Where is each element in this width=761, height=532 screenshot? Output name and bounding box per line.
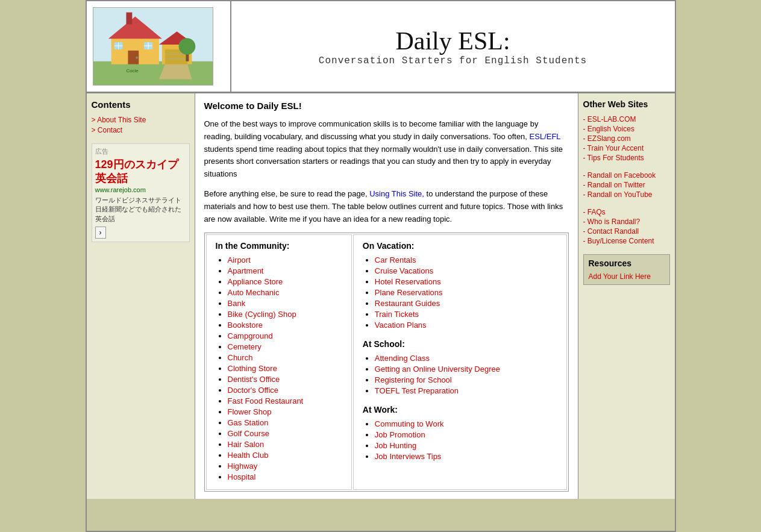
about-link[interactable]: > About This Site <box>92 116 190 124</box>
list-item: Doctor's Office <box>228 386 342 395</box>
train-tickets-link[interactable]: Train Tickets <box>375 310 419 319</box>
ad-title: 129円のスカイプ英会話 <box>95 158 186 186</box>
list-item: Campground <box>228 331 342 340</box>
esl-efl-link[interactable]: ESL/EFL <box>530 132 561 141</box>
welcome-heading: Welcome to Daily ESL! <box>204 101 569 111</box>
dentist-link[interactable]: Dentist's Office <box>228 375 280 384</box>
svg-point-5 <box>136 57 138 59</box>
list-item: Hair Salon <box>228 440 342 449</box>
work-header: At Work: <box>363 405 557 415</box>
list-item: Fast Food Restaurant <box>228 396 342 405</box>
flower-shop-link[interactable]: Flower Shop <box>228 407 272 416</box>
list-item: Plane Reservations <box>375 288 557 297</box>
ad-arrow-button[interactable]: › <box>95 227 106 239</box>
gas-station-link[interactable]: Gas Station <box>228 418 269 427</box>
golf-course-link[interactable]: Golf Course <box>228 429 269 438</box>
job-promotion-link[interactable]: Job Promotion <box>375 430 425 439</box>
other-sites-group1: - ESL-LAB.COM - English Voices - EZSlang… <box>583 115 670 162</box>
buy-content-link[interactable]: - Buy/License Content <box>583 237 670 245</box>
tips-students-link[interactable]: - Tips For Students <box>583 154 670 162</box>
ad-label: 広告 <box>95 147 186 156</box>
appliance-store-link[interactable]: Appliance Store <box>228 277 283 286</box>
svg-point-19 <box>178 38 195 55</box>
train-accent-link[interactable]: - Train Your Accent <box>583 144 670 152</box>
contact-link[interactable]: > Contact <box>92 126 190 134</box>
toefl-link[interactable]: TOEFL Test Preparation <box>375 386 459 395</box>
school-header: At School: <box>363 339 557 349</box>
restaurant-guides-link[interactable]: Restaurant Guides <box>375 299 440 308</box>
plane-link[interactable]: Plane Reservations <box>375 288 443 297</box>
hotel-link[interactable]: Hotel Reservations <box>375 277 441 286</box>
commuting-link[interactable]: Commuting to Work <box>375 419 444 428</box>
intro-paragraph-2: Before anything else, be sure to read th… <box>204 188 569 225</box>
who-randall-link[interactable]: - Who is Randall? <box>583 217 670 226</box>
bank-link[interactable]: Bank <box>228 299 246 308</box>
list-item: Clothing Store <box>228 364 342 373</box>
fb-link[interactable]: - Randall on Facebook <box>583 171 670 180</box>
clothing-store-link[interactable]: Clothing Store <box>228 364 277 373</box>
airport-link[interactable]: Airport <box>228 255 251 264</box>
campground-link[interactable]: Campground <box>228 331 273 340</box>
list-item: Train Tickets <box>375 310 557 319</box>
other-sites-heading: Other Web Sites <box>583 99 670 109</box>
contact-randall-link[interactable]: - Contact Randall <box>583 227 670 236</box>
advertisement: 広告 129円のスカイプ英会話 www.rarejob.com ワールドビジネス… <box>92 143 190 242</box>
registering-link[interactable]: Registering for School <box>375 375 452 384</box>
list-item: Car Rentals <box>375 255 557 264</box>
site-title: Daily ESL: <box>395 27 510 55</box>
bike-shop-link[interactable]: Bike (Cycling) Shop <box>228 310 296 319</box>
community-list: Airport Apartment Appliance Store Auto M… <box>216 255 342 481</box>
twitter-link[interactable]: - Randall on Twitter <box>583 181 670 189</box>
apartment-link[interactable]: Apartment <box>228 266 264 275</box>
cruise-link[interactable]: Cruise Vacations <box>375 266 433 275</box>
list-item: Vacation Plans <box>375 321 557 330</box>
vacation-plans-link[interactable]: Vacation Plans <box>375 321 427 330</box>
list-item: Flower Shop <box>228 407 342 416</box>
esl-lab-link[interactable]: - ESL-LAB.COM <box>583 115 670 124</box>
youtube-link[interactable]: - Randall on YouTube <box>583 190 670 199</box>
list-item: Airport <box>228 255 342 264</box>
using-this-site-link[interactable]: Using This Site, <box>369 189 424 198</box>
list-item: Bookstore <box>228 321 342 330</box>
doctor-link[interactable]: Doctor's Office <box>228 386 279 395</box>
resources-box: Resources Add Your Link Here <box>583 254 670 285</box>
list-item: Cruise Vacations <box>375 266 557 275</box>
list-item: Hotel Reservations <box>375 277 557 286</box>
list-item: Golf Course <box>228 429 342 438</box>
list-item: Health Club <box>228 451 342 460</box>
job-hunting-link[interactable]: Job Hunting <box>375 441 416 450</box>
bookstore-link[interactable]: Bookstore <box>228 321 263 330</box>
highway-link[interactable]: Highway <box>228 462 258 471</box>
ad-description: ワールドビジネスサテライト 日経新聞などでも紹介された英会話 <box>95 196 186 224</box>
health-club-link[interactable]: Health Club <box>228 451 269 460</box>
list-item: Attending Class <box>375 354 557 363</box>
hospital-link[interactable]: Hospital <box>228 472 256 481</box>
vacation-school-work-cell: On Vacation: Car Rentals Cruise Vacation… <box>353 234 567 490</box>
list-item: Appliance Store <box>228 277 342 286</box>
main-content: Welcome to Daily ESL! One of the best wa… <box>195 93 578 499</box>
list-item: Getting an Online University Degree <box>375 365 557 374</box>
list-item: Apartment <box>228 266 342 275</box>
community-header: In the Community: <box>216 241 342 251</box>
church-link[interactable]: Church <box>228 353 253 362</box>
english-voices-link[interactable]: - English Voices <box>583 125 670 133</box>
car-rentals-link[interactable]: Car Rentals <box>375 255 416 264</box>
job-interviews-link[interactable]: Job Interviews Tips <box>375 452 442 461</box>
hair-salon-link[interactable]: Hair Salon <box>228 440 265 449</box>
ad-url: www.rarejob.com <box>95 186 186 193</box>
faqs-link[interactable]: - FAQs <box>583 208 670 216</box>
auto-mechanic-link[interactable]: Auto Mechanic <box>228 288 280 297</box>
add-link[interactable]: Add Your Link Here <box>589 272 651 281</box>
online-uni-link[interactable]: Getting an Online University Degree <box>375 365 500 374</box>
list-item: Job Promotion <box>375 430 557 439</box>
ezslang-link[interactable]: - EZSlang.com <box>583 134 670 143</box>
header-title-area: Daily ESL: Conversation Starters for Eng… <box>231 1 675 92</box>
fast-food-link[interactable]: Fast Food Restaurant <box>228 396 304 405</box>
cemetery-link[interactable]: Cemetery <box>228 342 261 351</box>
vacation-list: Car Rentals Cruise Vacations Hotel Reser… <box>363 255 557 330</box>
list-item: Gas Station <box>228 418 342 427</box>
attending-class-link[interactable]: Attending Class <box>375 354 430 363</box>
list-item: Commuting to Work <box>375 419 557 428</box>
svg-rect-17 <box>126 13 132 25</box>
list-item: Bank <box>228 299 342 308</box>
